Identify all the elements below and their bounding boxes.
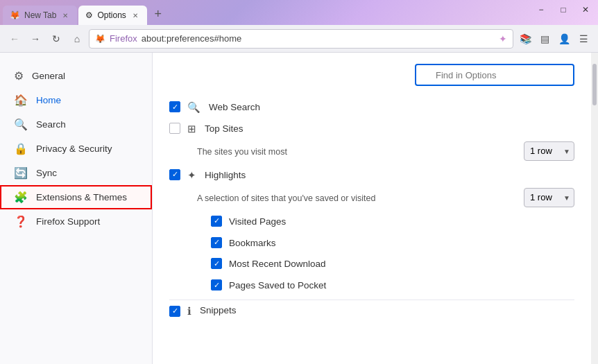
top-sites-label: Top Sites: [205, 123, 244, 134]
minimize-button[interactable]: −: [531, 2, 551, 17]
nav-right-buttons: 📚 ▤ 👤 ☰: [516, 30, 592, 48]
option-top-sites: ⊞ Top Sites: [169, 119, 574, 140]
sync-icon: 🔄: [14, 166, 28, 180]
sidebar-item-general[interactable]: ⚙ General: [0, 64, 152, 88]
option-highlights: ✓ ✦ Highlights: [169, 165, 574, 187]
snippets-label: Snippets: [200, 304, 237, 318]
site-icon: 🦊: [95, 34, 105, 44]
sub-option-most-recent-download: ✓ Most Recent Download: [169, 254, 574, 275]
sidebar-label-extensions: Extensions & Themes: [36, 192, 127, 202]
sub-option-bookmarks: ✓ Bookmarks: [169, 233, 574, 254]
highlights-rows-select[interactable]: 1 row 2 rows 3 rows 4 rows: [524, 188, 574, 207]
highlights-sub-row: A selection of sites that you've saved o…: [169, 187, 574, 211]
tab-newtab[interactable]: 🦊 New Tab ✕: [3, 6, 77, 25]
privacy-icon: 🔒: [14, 142, 28, 155]
sidebar-label-general: General: [32, 71, 65, 81]
tab-options[interactable]: ⚙ Options ✕: [78, 6, 146, 25]
checkbox-visited-pages[interactable]: ✓: [211, 216, 222, 227]
snippets-icon: ℹ: [187, 305, 191, 318]
content-area: 🔍 ✓ 🔍 Web Search ⊞ Top Sites The sites y…: [153, 53, 591, 364]
tab-options-label: Options: [97, 10, 126, 20]
address-bar[interactable]: 🦊 Firefox about:preferences#home ✦: [89, 29, 513, 49]
new-tab-button[interactable]: +: [148, 4, 168, 24]
top-sites-sublabel: The sites you visit most: [197, 147, 517, 157]
tab-label: New Tab: [24, 10, 56, 20]
bookmarks-label: Bookmarks: [229, 237, 276, 250]
sidebar-toggle[interactable]: ▤: [536, 30, 554, 48]
tab-close-options[interactable]: ✕: [130, 10, 140, 20]
main-layout: ⚙ General 🏠 Home 🔍 Search 🔒 Privacy & Se…: [0, 53, 598, 364]
checkbox-pages-saved-to-pocket[interactable]: ✓: [211, 279, 222, 291]
support-icon: ❓: [14, 215, 28, 228]
forward-button[interactable]: →: [26, 30, 44, 48]
most-recent-download-label: Most Recent Download: [229, 258, 326, 271]
option-top-sites-group: ⊞ Top Sites The sites you visit most 1 r…: [169, 119, 574, 165]
highlights-label: Highlights: [205, 169, 246, 182]
checkbox-bookmarks[interactable]: ✓: [211, 237, 222, 248]
sidebar-item-support[interactable]: ❓ Firefox Support: [0, 209, 152, 234]
menu-button[interactable]: ☰: [574, 30, 592, 48]
top-sites-content: Top Sites: [205, 123, 574, 136]
title-bar: 🦊 New Tab ✕ ⚙ Options ✕ + − □ ✕: [0, 0, 598, 25]
sidebar-item-extensions[interactable]: 🧩 Extensions & Themes: [0, 185, 152, 209]
general-icon: ⚙: [14, 69, 24, 83]
back-button[interactable]: ←: [6, 30, 24, 48]
window-controls: − □ ✕: [531, 2, 595, 17]
web-search-icon: 🔍: [187, 101, 200, 114]
checkbox-snippets[interactable]: ✓: [169, 306, 180, 317]
checkbox-web-search[interactable]: ✓: [169, 101, 180, 112]
web-search-label: Web Search: [209, 101, 260, 114]
pages-saved-to-pocket-label: Pages Saved to Pocket: [229, 279, 326, 293]
library-button[interactable]: 📚: [516, 30, 534, 48]
checkbox-top-sites[interactable]: [169, 123, 180, 134]
find-options-container: 🔍: [169, 64, 574, 86]
sidebar-label-support: Firefox Support: [36, 216, 100, 227]
sidebar-item-sync[interactable]: 🔄 Sync: [0, 161, 152, 185]
checkbox-most-recent-download[interactable]: ✓: [211, 258, 222, 269]
account-button[interactable]: 👤: [555, 30, 573, 48]
sidebar-item-search[interactable]: 🔍 Search: [0, 112, 152, 137]
top-sites-rows-select[interactable]: 1 row 2 rows 3 rows 4 rows: [524, 141, 574, 161]
reload-button[interactable]: ↻: [47, 30, 65, 48]
address-url: about:preferences#home: [142, 33, 242, 44]
sidebar-item-home[interactable]: 🏠 Home: [0, 88, 152, 112]
search-sidebar-icon: 🔍: [14, 118, 28, 131]
sidebar-label-sync: Sync: [36, 168, 57, 178]
close-button[interactable]: ✕: [576, 2, 595, 17]
checkbox-highlights[interactable]: ✓: [169, 169, 180, 180]
option-highlights-group: ✓ ✦ Highlights A selection of sites that…: [169, 165, 574, 211]
highlights-rows-select-wrapper: 1 row 2 rows 3 rows 4 rows ▼: [524, 188, 574, 207]
scrollbar-thumb[interactable]: [592, 64, 597, 105]
top-sites-rows-select-wrapper: 1 row 2 rows 3 rows 4 rows ▼: [524, 141, 574, 161]
option-snippets-row: ✓ ℹ Snippets: [169, 300, 574, 322]
sidebar-label-search: Search: [36, 119, 66, 130]
highlights-sublabel: A selection of sites that you've saved o…: [197, 193, 517, 203]
sidebar-item-privacy[interactable]: 🔒 Privacy & Security: [0, 137, 152, 161]
options-tab-icon: ⚙: [85, 10, 93, 20]
sub-option-visited-pages: ✓ Visited Pages: [169, 211, 574, 233]
bookmark-star[interactable]: ✦: [499, 33, 507, 44]
visited-pages-label: Visited Pages: [229, 216, 286, 229]
home-button[interactable]: ⌂: [68, 30, 86, 48]
sidebar-label-home: Home: [36, 95, 61, 105]
highlights-icon: ✦: [187, 169, 196, 182]
extensions-icon: 🧩: [14, 191, 28, 204]
find-options-input[interactable]: [415, 64, 574, 86]
sidebar-label-privacy: Privacy & Security: [36, 144, 112, 154]
address-brand: Firefox: [110, 33, 137, 44]
navigation-bar: ← → ↻ ⌂ 🦊 Firefox about:preferences#home…: [0, 25, 598, 53]
maximize-button[interactable]: □: [554, 2, 573, 17]
top-sites-sub-row: The sites you visit most 1 row 2 rows 3 …: [169, 140, 574, 165]
top-sites-icon: ⊞: [187, 123, 196, 135]
home-icon: 🏠: [14, 94, 28, 107]
sidebar: ⚙ General 🏠 Home 🔍 Search 🔒 Privacy & Se…: [0, 53, 153, 364]
firefox-icon: 🦊: [10, 10, 20, 20]
scrollbar[interactable]: [591, 53, 598, 364]
tab-close-newtab[interactable]: ✕: [60, 10, 70, 20]
find-options-wrapper: 🔍: [415, 64, 574, 86]
sub-option-pages-saved-to-pocket: ✓ Pages Saved to Pocket: [169, 275, 574, 297]
option-web-search: ✓ 🔍 Web Search: [169, 97, 574, 119]
